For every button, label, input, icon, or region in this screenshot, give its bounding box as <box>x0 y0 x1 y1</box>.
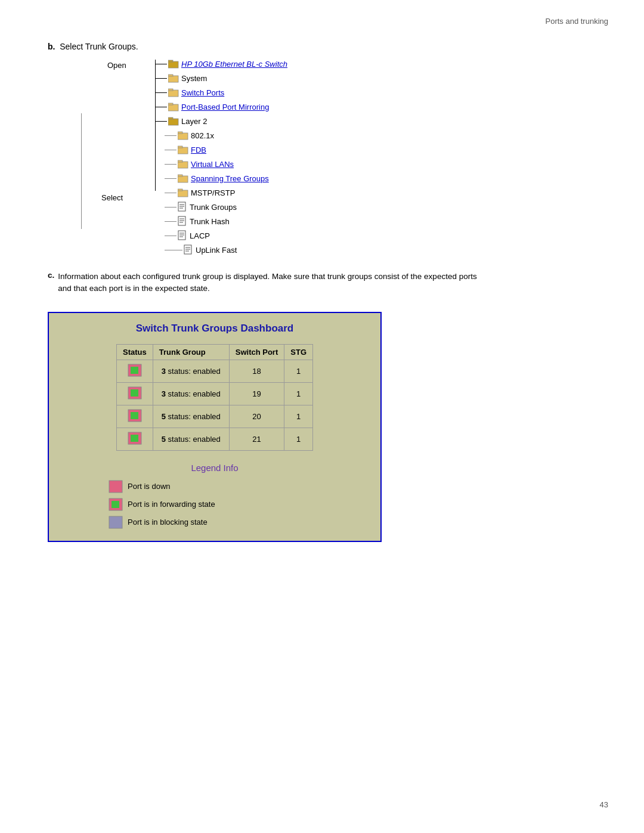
trunk-group-cell-0: 3 status: enabled <box>153 360 229 382</box>
svg-rect-8 <box>168 119 178 125</box>
hline-mstp <box>165 193 177 193</box>
hline-8021x <box>165 135 177 136</box>
link-spanning[interactable]: Spanning Tree Groups <box>191 174 269 183</box>
doc-icon-uplink-fast <box>184 244 193 255</box>
legend-label-2: Port is in blocking state <box>128 518 208 527</box>
svg-rect-5 <box>168 89 173 91</box>
hline-switchports <box>155 92 167 93</box>
svg-rect-18 <box>178 190 188 197</box>
label-lacp: LACP <box>190 231 210 240</box>
folder-icon-mstp <box>178 188 188 197</box>
table-row: 3 status: enabled191 <box>116 382 312 405</box>
tree-row-layer2: Layer 2 <box>155 114 596 128</box>
step-b-label: b. Select Trunk Groups. <box>48 42 596 51</box>
label-system: System <box>181 74 207 83</box>
svg-rect-41 <box>131 412 138 419</box>
stg-cell-3: 1 <box>284 428 313 450</box>
tree-row-vlans: Virtual LANs <box>165 157 596 171</box>
legend-item-1: Port is in forwarding state <box>109 498 215 511</box>
doc-icon-trunk-groups <box>178 202 187 212</box>
legend-title: Legend Info <box>61 463 369 473</box>
svg-rect-46 <box>112 501 119 508</box>
folder-icon-portmirroring <box>168 102 179 112</box>
label-uplink-fast: UpLink Fast <box>196 246 237 255</box>
link-hp-switch[interactable]: HP 10Gb Ethernet BL-c Switch <box>181 60 287 69</box>
svg-rect-2 <box>168 76 178 82</box>
folder-icon-root <box>168 59 179 69</box>
hline-portmirroring <box>155 107 167 107</box>
doc-icon-lacp <box>178 230 187 241</box>
svg-rect-16 <box>178 176 188 182</box>
hline-uplinkfast <box>165 250 182 250</box>
svg-rect-10 <box>178 133 188 140</box>
folder-icon-switchports <box>168 88 179 97</box>
svg-rect-39 <box>131 389 138 397</box>
svg-rect-0 <box>168 61 178 68</box>
page-header: Ports and trunking <box>545 17 608 26</box>
trunk-group-cell-2: 5 status: enabled <box>153 405 229 428</box>
tree-row-trunk-hash: Trunk Hash <box>165 215 596 228</box>
folder-icon-spanning <box>178 174 188 183</box>
stg-cell-0: 1 <box>284 360 313 382</box>
status-cell-1 <box>116 382 153 405</box>
link-port-mirroring[interactable]: Port-Based Port Mirroring <box>181 103 269 112</box>
link-fdb[interactable]: FDB <box>191 145 206 154</box>
tree-row-port-mirroring: Port-Based Port Mirroring <box>155 100 596 113</box>
tree-row-fdb: FDB <box>165 143 596 156</box>
col-switch-port: Switch Port <box>229 344 284 360</box>
stg-cell-2: 1 <box>284 405 313 428</box>
hline-lacp <box>165 236 177 236</box>
hline-vlans <box>165 164 177 165</box>
folder-icon-8021x <box>178 131 188 140</box>
tree-row-uplink-fast: UpLink Fast <box>165 243 596 256</box>
legend-label-0: Port is down <box>128 482 171 491</box>
dashboard-container: Switch Trunk Groups Dashboard Status Tru… <box>48 312 382 542</box>
table-row: 3 status: enabled181 <box>116 360 312 382</box>
col-status: Status <box>116 344 153 360</box>
hline-fdb <box>165 150 177 150</box>
col-stg: STG <box>284 344 313 360</box>
link-switch-ports[interactable]: Switch Ports <box>181 88 224 97</box>
page-number: 43 <box>600 800 608 809</box>
step-c-section: c. Information about each configured tru… <box>48 271 596 542</box>
svg-rect-43 <box>131 435 138 442</box>
svg-rect-47 <box>109 516 122 528</box>
legend-item-0: Port is down <box>109 480 171 493</box>
hline-system <box>155 78 167 79</box>
hline-trunkgroups <box>165 207 177 208</box>
svg-rect-12 <box>178 147 188 154</box>
status-cell-0 <box>116 360 153 382</box>
legend-label-1: Port is in forwarding state <box>128 500 215 509</box>
tree-row-lacp: LACP <box>165 229 596 242</box>
folder-icon-system <box>168 73 179 83</box>
svg-rect-1 <box>168 60 173 62</box>
table-row: 5 status: enabled201 <box>116 405 312 428</box>
tree-row-root: HP 10Gb Ethernet BL-c Switch <box>155 57 596 70</box>
tree-row-system: System <box>155 72 596 85</box>
dashboard-title: Switch Trunk Groups Dashboard <box>61 323 369 335</box>
svg-rect-14 <box>178 162 188 168</box>
trunk-group-cell-3: 5 status: enabled <box>153 428 229 450</box>
svg-rect-13 <box>178 146 182 148</box>
table-header-row: Status Trunk Group Switch Port STG <box>116 344 312 360</box>
label-trunk-hash: Trunk Hash <box>190 217 230 226</box>
link-vlans[interactable]: Virtual LANs <box>191 160 234 169</box>
stg-cell-1: 1 <box>284 382 313 405</box>
tree-row-8021x: 802.1x <box>165 129 596 142</box>
step-b-letter: b. <box>48 42 55 51</box>
svg-rect-6 <box>168 104 178 111</box>
svg-rect-37 <box>131 367 138 374</box>
step-c-text: Information about each configured trunk … <box>58 271 487 295</box>
svg-rect-15 <box>178 160 182 162</box>
tree-vline-layer2 <box>81 113 82 229</box>
svg-rect-19 <box>178 189 182 191</box>
folder-icon-fdb <box>178 145 188 154</box>
svg-rect-4 <box>168 90 178 97</box>
switch-port-cell-3: 21 <box>229 428 284 450</box>
step-b-section: b. Select Trunk Groups. Open Select <box>48 42 596 256</box>
tree-container: HP 10Gb Ethernet BL-c Switch System <box>155 57 596 256</box>
folder-icon-vlans <box>178 159 188 169</box>
step-b-text: Select Trunk Groups. <box>60 42 138 51</box>
hline-root <box>155 64 167 64</box>
svg-rect-17 <box>178 175 182 176</box>
